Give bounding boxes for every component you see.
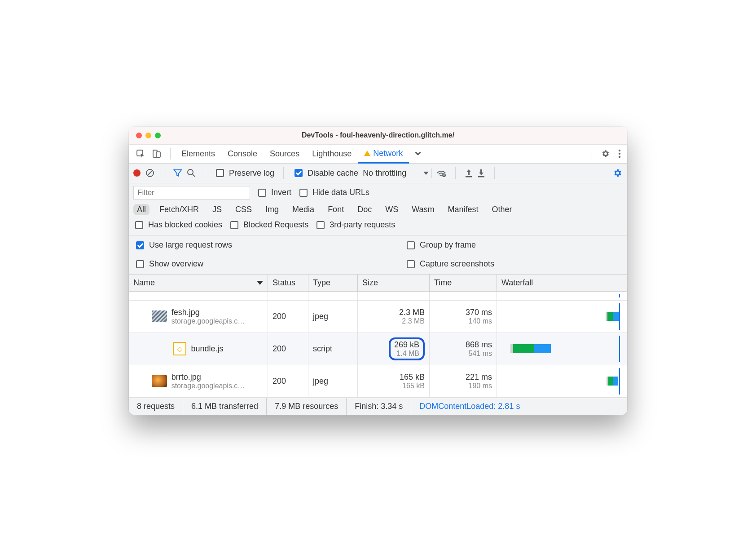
table-header: Name Status Type Size Time Waterfall	[129, 275, 627, 292]
cell-size: 269 kB1.4 MB	[358, 333, 430, 365]
network-conditions-icon[interactable]	[436, 169, 446, 177]
status-finish: Finish: 3.34 s	[347, 398, 411, 415]
throttling-select[interactable]: No throttling	[363, 169, 432, 178]
tab-lighthouse[interactable]: Lighthouse	[306, 144, 358, 163]
filter-icon[interactable]	[173, 169, 182, 177]
display-options: Use large request rows Group by frame Sh…	[129, 235, 627, 275]
chevron-down-icon	[423, 172, 429, 175]
type-chip-other[interactable]: Other	[488, 204, 516, 215]
col-time[interactable]: Time	[430, 275, 497, 291]
throttling-label: No throttling	[363, 169, 406, 178]
svg-rect-12	[478, 176, 484, 177]
close-icon[interactable]	[136, 133, 142, 138]
type-chip-manifest[interactable]: Manifest	[444, 204, 482, 215]
svg-point-5	[619, 156, 620, 158]
type-chip-all[interactable]: All	[133, 204, 149, 215]
cell-status: 200	[268, 365, 308, 397]
cell-time: 370 ms140 ms	[430, 301, 497, 333]
cell-type: jpeg	[308, 365, 358, 397]
invert-checkbox[interactable]: Invert	[256, 187, 291, 198]
cell-type: script	[308, 333, 358, 365]
tab-label: Network	[373, 149, 403, 158]
type-chip-ws[interactable]: WS	[382, 204, 402, 215]
record-icon[interactable]	[133, 169, 141, 177]
filter-input[interactable]	[133, 186, 250, 200]
divider	[455, 167, 456, 179]
col-size[interactable]: Size	[358, 275, 430, 291]
tab-network[interactable]: Network	[358, 145, 409, 164]
show-overview-checkbox[interactable]: Show overview	[134, 259, 378, 270]
cell-size: 165 kB165 kB	[358, 365, 430, 397]
checkbox-label: Use large request rows	[149, 240, 232, 250]
checkbox-label: Preserve log	[229, 169, 274, 178]
sort-icon	[257, 281, 263, 285]
type-chip-fetchxhr[interactable]: Fetch/XHR	[156, 204, 202, 215]
third-party-checkbox[interactable]: 3rd-party requests	[315, 220, 395, 231]
svg-point-8	[188, 169, 193, 175]
cell-type: jpeg	[308, 301, 358, 333]
file-thumbnail	[173, 342, 186, 355]
zoom-icon[interactable]	[155, 133, 161, 138]
col-status[interactable]: Status	[268, 275, 308, 291]
tab-console[interactable]: Console	[221, 144, 264, 163]
minimize-icon[interactable]	[145, 133, 151, 138]
preserve-log-checkbox[interactable]: Preserve log	[214, 168, 274, 178]
col-type[interactable]: Type	[308, 275, 358, 291]
checkbox-label: Group by frame	[420, 240, 476, 250]
kebab-icon[interactable]	[615, 149, 624, 158]
type-chip-wasm[interactable]: Wasm	[408, 204, 438, 215]
filters-bar: Invert Hide data URLs AllFetch/XHRJSCSSI…	[129, 183, 627, 235]
has-blocked-cookies-checkbox[interactable]: Has blocked cookies	[133, 220, 222, 231]
col-name[interactable]: Name	[129, 275, 268, 291]
file-domain: storage.googleapis.c…	[171, 382, 245, 390]
more-tabs-icon[interactable]	[409, 150, 426, 158]
type-chip-media[interactable]: Media	[289, 204, 318, 215]
size-highlight: 269 kB1.4 MB	[389, 337, 425, 360]
cell-status: 200	[268, 333, 308, 365]
col-label: Size	[362, 278, 378, 288]
status-requests: 8 requests	[129, 398, 183, 415]
type-chip-font[interactable]: Font	[324, 204, 347, 215]
checkbox-label: Hide data URLs	[312, 188, 369, 197]
clear-icon[interactable]	[145, 168, 155, 178]
group-by-frame-checkbox[interactable]: Group by frame	[378, 240, 622, 251]
checkbox-label: Has blocked cookies	[148, 220, 222, 230]
tab-label: Lighthouse	[312, 149, 352, 159]
tab-sources[interactable]: Sources	[264, 144, 306, 163]
svg-point-3	[619, 150, 620, 151]
checkbox-label: Show overview	[149, 259, 203, 269]
table-row[interactable]: brrto.jpg storage.googleapis.c… 200 jpeg…	[129, 365, 627, 398]
divider	[283, 167, 284, 179]
status-dcl: DOMContentLoaded: 2.81 s	[411, 398, 528, 415]
type-filters: AllFetch/XHRJSCSSImgMediaFontDocWSWasmMa…	[133, 204, 623, 215]
type-chip-js[interactable]: JS	[209, 204, 225, 215]
type-chip-img[interactable]: Img	[262, 204, 282, 215]
device-icon[interactable]	[152, 149, 161, 158]
settings-icon[interactable]	[597, 149, 615, 158]
table-row[interactable]: fesh.jpg storage.googleapis.c… 200 jpeg …	[129, 301, 627, 333]
warning-icon	[364, 151, 370, 156]
tab-label: Console	[228, 149, 257, 159]
hide-data-urls-checkbox[interactable]: Hide data URLs	[298, 187, 369, 198]
col-waterfall[interactable]: Waterfall	[497, 275, 627, 291]
checkbox-label: Capture screenshots	[420, 259, 494, 269]
checkbox-label: Invert	[271, 188, 291, 197]
disable-cache-checkbox[interactable]: Disable cache	[293, 168, 358, 178]
download-har-icon[interactable]	[477, 169, 485, 177]
network-settings-icon[interactable]	[613, 168, 623, 178]
window-title: DevTools - foul-heavenly-direction.glitc…	[129, 131, 627, 139]
file-thumbnail	[152, 310, 167, 322]
traffic-lights	[129, 133, 161, 138]
large-rows-checkbox[interactable]: Use large request rows	[134, 240, 378, 251]
svg-line-7	[147, 170, 153, 176]
search-icon[interactable]	[187, 169, 196, 177]
type-chip-css[interactable]: CSS	[232, 204, 255, 215]
blocked-requests-checkbox[interactable]: Blocked Requests	[229, 220, 308, 231]
tab-elements[interactable]: Elements	[175, 144, 221, 163]
inspect-icon[interactable]	[136, 149, 145, 158]
table-row[interactable]: bundle.js 200 script 269 kB1.4 MB 868 ms…	[129, 333, 627, 365]
cell-size: 2.3 MB2.3 MB	[358, 301, 430, 333]
upload-har-icon[interactable]	[465, 169, 473, 177]
type-chip-doc[interactable]: Doc	[354, 204, 375, 215]
capture-screenshots-checkbox[interactable]: Capture screenshots	[378, 259, 622, 270]
